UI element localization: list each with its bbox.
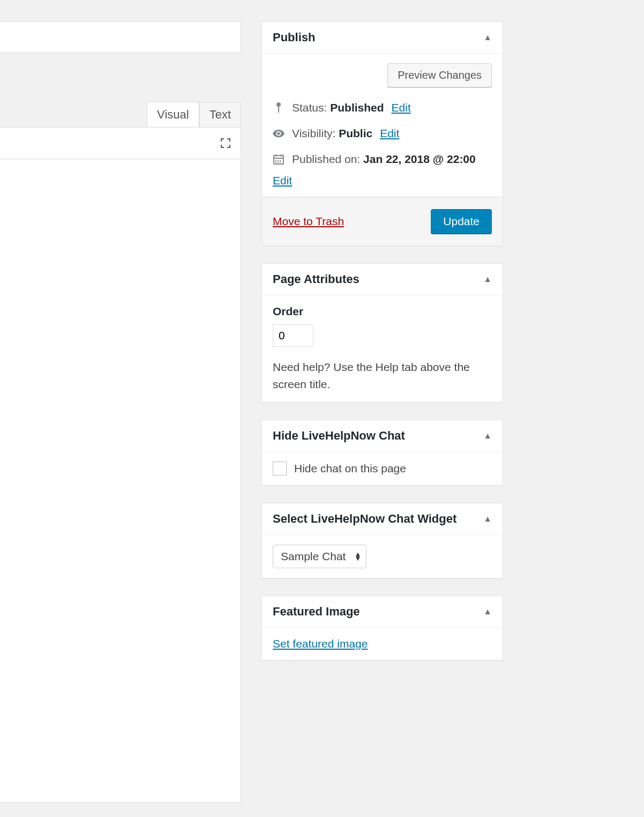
featured-image-box: Featured Image ▲ Set featured image bbox=[261, 596, 503, 660]
select-widget-header[interactable]: Select LiveHelpNow Chat Widget ▲ bbox=[262, 503, 503, 535]
order-input[interactable] bbox=[273, 324, 313, 347]
chevron-up-icon: ▲ bbox=[483, 33, 492, 42]
hide-chat-title: Hide LiveHelpNow Chat bbox=[273, 429, 405, 443]
edit-visibility-link[interactable]: Edit bbox=[380, 127, 399, 140]
chevron-up-icon: ▲ bbox=[483, 514, 492, 524]
page-attributes-box: Page Attributes ▲ Order Need help? Use t… bbox=[261, 263, 503, 403]
select-widget-title: Select LiveHelpNow Chat Widget bbox=[273, 512, 456, 526]
visibility-value: Public bbox=[339, 127, 372, 139]
featured-image-title: Featured Image bbox=[273, 605, 360, 619]
page-attributes-help: Need help? Use the Help tab above the sc… bbox=[273, 359, 492, 392]
chevron-up-icon: ▲ bbox=[483, 431, 492, 441]
chevron-up-icon: ▲ bbox=[483, 274, 492, 284]
status-row: Status: Published Edit bbox=[262, 97, 503, 123]
eye-icon bbox=[273, 129, 284, 138]
post-title-input[interactable] bbox=[0, 21, 241, 53]
calendar-icon bbox=[273, 153, 284, 165]
status-value: Published bbox=[330, 101, 384, 114]
editor-column: Visual Text bbox=[0, 0, 241, 817]
hide-chat-header[interactable]: Hide LiveHelpNow Chat ▲ bbox=[262, 420, 503, 452]
chevron-up-icon: ▲ bbox=[483, 607, 492, 617]
status-label: Status: bbox=[292, 101, 327, 114]
svg-rect-1 bbox=[278, 106, 279, 113]
page-attributes-title: Page Attributes bbox=[273, 272, 360, 286]
visibility-row: Visibility: Public Edit bbox=[262, 123, 503, 148]
order-label: Order bbox=[273, 305, 492, 318]
editor-toolbar bbox=[0, 127, 241, 159]
sidebar: Publish ▲ Preview Changes Status: Publis… bbox=[261, 21, 503, 678]
preview-changes-button[interactable]: Preview Changes bbox=[387, 63, 492, 87]
published-on-label: Published on: bbox=[292, 153, 360, 165]
tab-text[interactable]: Text bbox=[199, 102, 241, 127]
svg-point-0 bbox=[276, 102, 281, 107]
page-attributes-header[interactable]: Page Attributes ▲ bbox=[262, 264, 503, 295]
publish-title: Publish bbox=[273, 31, 315, 44]
edit-date-link[interactable]: Edit bbox=[273, 174, 292, 187]
edit-status-link[interactable]: Edit bbox=[392, 101, 411, 114]
pin-icon bbox=[273, 102, 284, 114]
featured-image-header[interactable]: Featured Image ▲ bbox=[262, 596, 503, 628]
tab-visual[interactable]: Visual bbox=[147, 102, 199, 127]
hide-chat-box: Hide LiveHelpNow Chat ▲ Hide chat on thi… bbox=[261, 420, 503, 486]
hide-chat-checkbox-label: Hide chat on this page bbox=[294, 462, 406, 475]
move-to-trash-link[interactable]: Move to Trash bbox=[273, 215, 344, 228]
chat-widget-select-wrap: Sample Chat ▲▼ bbox=[273, 545, 366, 568]
published-on-value: Jan 22, 2018 @ 22:00 bbox=[363, 153, 476, 165]
update-button[interactable]: Update bbox=[431, 209, 492, 234]
editor-tabs: Visual Text bbox=[0, 102, 241, 127]
chat-widget-select[interactable]: Sample Chat bbox=[273, 545, 366, 568]
select-widget-box: Select LiveHelpNow Chat Widget ▲ Sample … bbox=[261, 503, 503, 578]
editor-content-area[interactable] bbox=[0, 159, 241, 803]
visibility-label: Visibility: bbox=[292, 127, 335, 139]
hide-chat-checkbox[interactable] bbox=[273, 462, 287, 476]
set-featured-image-link[interactable]: Set featured image bbox=[273, 637, 368, 650]
publish-footer: Move to Trash Update bbox=[262, 197, 503, 246]
publish-box: Publish ▲ Preview Changes Status: Publis… bbox=[261, 21, 503, 246]
fullscreen-icon[interactable] bbox=[218, 136, 233, 151]
publish-header[interactable]: Publish ▲ bbox=[262, 22, 503, 54]
hide-chat-checkbox-row: Hide chat on this page bbox=[273, 462, 492, 476]
editor-wrap: Visual Text bbox=[0, 102, 241, 803]
published-on-row: Published on: Jan 22, 2018 @ 22:00 bbox=[262, 148, 503, 174]
svg-rect-2 bbox=[274, 155, 283, 164]
